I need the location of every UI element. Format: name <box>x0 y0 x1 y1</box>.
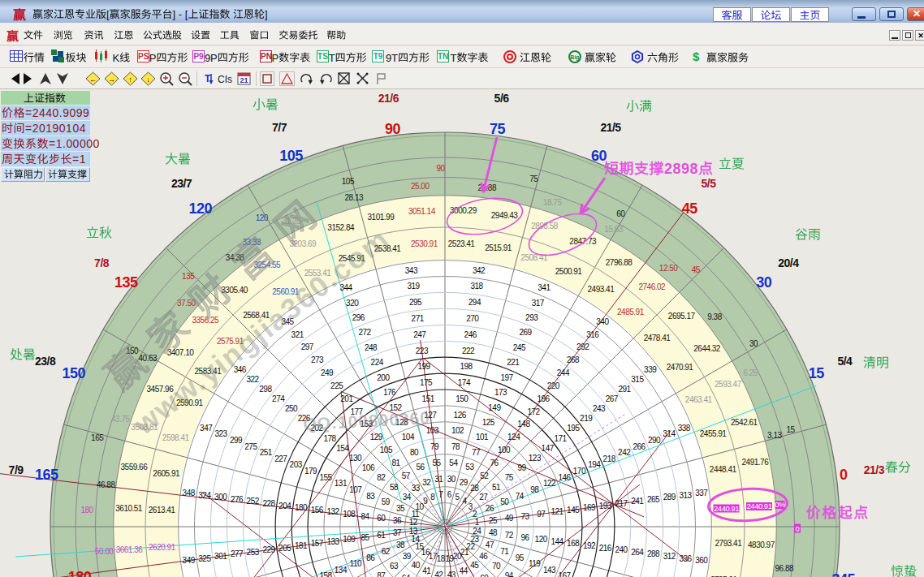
svg-text:P: P <box>210 52 218 64</box>
svg-text:0: 0 <box>59 122 66 135</box>
svg-text:9: 9 <box>63 106 69 119</box>
svg-text:4: 4 <box>39 106 45 119</box>
svg-text:0: 0 <box>70 106 76 119</box>
svg-text:]: ] <box>173 8 176 20</box>
svg-text:.: . <box>59 106 63 119</box>
svg-text:1: 1 <box>80 153 86 166</box>
svg-text:1: 1 <box>66 122 72 135</box>
svg-text:P: P <box>272 52 279 64</box>
svg-text:2: 2 <box>664 161 672 177</box>
svg-text:9: 9 <box>83 106 89 119</box>
svg-text:=: = <box>72 153 79 166</box>
svg-text:-: - <box>179 8 182 20</box>
svg-text:[: [ <box>185 8 188 20</box>
svg-text:[: [ <box>106 8 110 20</box>
svg-text:0: 0 <box>86 137 93 150</box>
svg-text:8: 8 <box>690 161 698 177</box>
svg-text:9: 9 <box>681 161 689 177</box>
svg-text:0: 0 <box>80 137 86 150</box>
svg-text:0: 0 <box>39 122 45 135</box>
svg-text:0: 0 <box>93 137 100 150</box>
svg-text:4: 4 <box>80 122 86 135</box>
svg-text:4: 4 <box>45 106 52 119</box>
svg-text:.: . <box>63 137 66 150</box>
svg-text:2: 2 <box>32 106 39 119</box>
svg-text:9: 9 <box>205 52 210 64</box>
svg-text:T: T <box>329 52 335 64</box>
svg-text:0: 0 <box>53 106 59 119</box>
svg-text:0: 0 <box>73 137 80 150</box>
svg-text:T: T <box>391 52 398 64</box>
svg-text:=: = <box>25 122 32 135</box>
svg-text:2: 2 <box>32 122 39 135</box>
svg-text:=: = <box>25 106 32 119</box>
svg-text:1: 1 <box>45 122 52 135</box>
svg-text:K: K <box>112 52 119 64</box>
svg-text:9: 9 <box>76 106 83 119</box>
svg-text:0: 0 <box>72 122 79 135</box>
svg-text:8: 8 <box>673 161 681 177</box>
svg-text:9: 9 <box>386 52 391 64</box>
svg-text:]: ] <box>265 8 268 20</box>
svg-text:T: T <box>451 52 457 64</box>
svg-text:=: = <box>49 137 55 150</box>
svg-text:0: 0 <box>66 137 72 150</box>
svg-text:P: P <box>149 52 157 64</box>
svg-text:1: 1 <box>56 137 63 150</box>
svg-text:9: 9 <box>53 122 59 135</box>
